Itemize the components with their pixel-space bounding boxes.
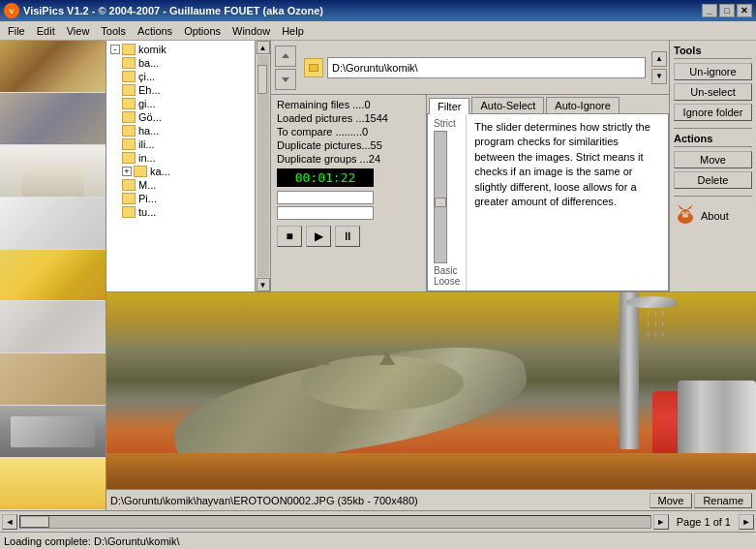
filter-slider[interactable] [434,131,447,263]
folder-icon-8 [134,166,147,177]
nav-arrows [271,42,300,94]
tree-item-9[interactable]: M... [120,178,253,192]
slider-loose-label: Loose [434,276,460,287]
tree-scroll-down[interactable]: ▼ [257,278,270,291]
divider-2 [674,196,752,197]
menu-edit[interactable]: Edit [31,23,61,39]
thumbnail-item-4[interactable] [0,198,106,250]
play-button[interactable]: ▶ [306,226,331,247]
folder-icon-3 [122,98,136,109]
thumbnail-item-7[interactable] [0,353,106,406]
close-button[interactable]: ✕ [737,4,752,17]
page-nav-button[interactable]: ► [739,514,754,530]
menu-file[interactable]: File [2,23,31,39]
menu-help[interactable]: Help [276,23,310,39]
tree-item-1[interactable]: çi... [120,70,253,83]
tree-label-2: Eh... [138,84,161,96]
thumbnail-item-1[interactable] [0,41,106,93]
file-tree: - komik ba... çi... [106,41,271,291]
path-scroll-down[interactable]: ▼ [651,69,667,84]
tree-expand-8[interactable]: + [122,167,132,176]
path-text: D:\Goruntu\komik\ [332,62,418,74]
slider-area: Strict Basic Loose [428,114,467,290]
un-select-button[interactable]: Un-select [674,83,752,101]
tab-auto-ignore[interactable]: Auto-Ignore [546,97,619,113]
menu-window[interactable]: Window [227,23,276,39]
about-section[interactable]: About [674,204,752,228]
tree-scroll-thumb[interactable] [257,65,267,94]
folder-icon-7 [122,152,136,164]
thumbnail-item-6[interactable] [0,301,106,353]
folder-icon-10 [122,193,136,204]
bottom-rename-button[interactable]: Rename [694,493,752,508]
tree-item-11[interactable]: tu... [120,205,253,219]
move-button[interactable]: Move [674,151,752,168]
bottom-bar: D:\Goruntu\komik\hayvan\EROTOON0002.JPG … [106,489,756,510]
filter-panel: Filter Auto-Select Auto-Ignore Strict [426,95,669,291]
tree-label-8: ka... [150,166,170,177]
thumbnail-item-5[interactable] [0,250,106,302]
stat-dup-pics: Duplicate pictures...55 [277,139,419,151]
bottom-move-button[interactable]: Move [650,493,693,508]
thumbnail-item-2[interactable] [0,93,106,145]
thumbnail-item-8[interactable] [0,406,106,458]
thumbnail-item-3[interactable] [0,145,106,198]
tree-item-5[interactable]: ha... [120,124,253,137]
tree-item-3[interactable]: gi... [120,97,253,110]
stop-button[interactable]: ■ [277,226,302,247]
tree-item-4[interactable]: Gö... [120,110,253,124]
page-indicator: Page 1 of 1 [669,516,739,528]
app-status-bar: Loading complete: D:\Goruntu\komik\ [0,532,756,549]
filter-content: Strict Basic Loose The slider determines… [427,114,669,291]
tree-scrollbar[interactable]: ▲ ▼ [255,41,270,291]
minimize-button[interactable]: _ [702,4,717,17]
thumbnail-item-9[interactable] [0,458,106,510]
maximize-button[interactable]: □ [719,4,735,17]
playback-controls: ■ ▶ ⏸ [277,222,419,247]
tree-label-4: Gö... [138,111,162,123]
tree-expand-root[interactable]: - [110,45,120,54]
tree-scroll-up[interactable]: ▲ [257,41,270,54]
tab-filter[interactable]: Filter [429,98,469,114]
about-label: About [701,210,729,222]
menu-tools[interactable]: Tools [95,23,132,39]
tree-item-10[interactable]: Pi... [120,192,253,205]
tree-item-6[interactable]: ili... [120,137,253,151]
menu-view[interactable]: View [61,23,96,39]
tree-scroll-track[interactable] [257,55,269,277]
nav-scroll-left[interactable]: ◄ [2,514,17,530]
un-ignore-button[interactable]: Un-ignore [674,63,752,80]
pause-button[interactable]: ⏸ [335,226,360,247]
rename-move-buttons: Move Rename [650,493,752,508]
path-scroll-up[interactable]: ▲ [651,51,667,67]
nav-up-button[interactable] [275,46,296,67]
tree-item-2[interactable]: Eh... [120,83,253,97]
tree-item-0[interactable]: ba... [120,56,253,70]
tools-title: Tools [674,45,752,59]
menu-options[interactable]: Options [178,23,227,39]
svg-marker-2 [678,204,683,209]
progress-bar-1 [277,191,374,204]
h-scroll-thumb[interactable] [20,516,49,528]
tree-item-8[interactable]: + ka... [120,165,253,178]
tree-label-10: Pi... [138,193,157,204]
horizontal-scrollbar[interactable] [19,515,651,529]
nav-scroll-right[interactable]: ► [653,514,669,530]
title-bar-left: V VisiPics V1.2 - © 2004-2007 - Guillaum… [4,3,323,18]
about-icon [674,204,697,228]
folder-icon-1 [122,71,136,82]
slider-handle[interactable] [435,198,446,207]
slider-strict-label: Strict [434,118,460,129]
delete-button[interactable]: Delete [674,171,752,189]
tree-item-root[interactable]: - komik [108,43,253,56]
title-controls[interactable]: _ □ ✕ [702,4,752,17]
tab-auto-select[interactable]: Auto-Select [471,97,544,113]
nav-down-button[interactable] [275,69,296,90]
tree-content: - komik ba... çi... [106,41,270,221]
preview-area: | | || | || | | [106,292,756,489]
ignore-folder-button[interactable]: Ignore folder [674,104,752,121]
menu-actions[interactable]: Actions [132,23,178,39]
title-bar: V VisiPics V1.2 - © 2004-2007 - Guillaum… [0,0,756,21]
tree-label-1: çi... [138,71,155,82]
tree-item-7[interactable]: in... [120,151,253,165]
